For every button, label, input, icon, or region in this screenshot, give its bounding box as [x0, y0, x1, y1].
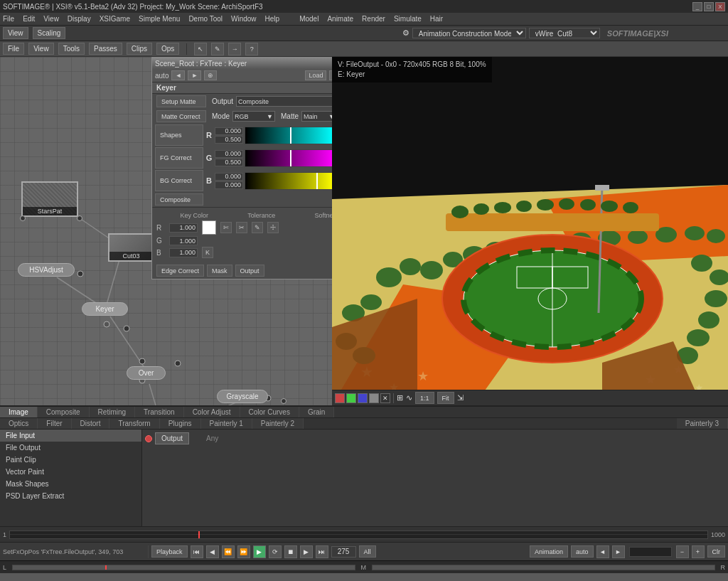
menu-window[interactable]: Window	[231, 15, 257, 23]
help-icon-btn[interactable]: ?	[245, 43, 258, 55]
channel-r-val1[interactable]	[215, 127, 243, 135]
tab-distort[interactable]: Distort	[72, 418, 110, 429]
nav-prev-btn[interactable]: ◄	[171, 70, 185, 80]
tab-painterly2[interactable]: Painterly 2	[252, 418, 304, 429]
tab-painterly3[interactable]: Painterly 3	[677, 418, 728, 429]
node-over[interactable]: Over	[127, 366, 166, 380]
close-button[interactable]: X	[715, 2, 725, 11]
go-next-key-btn[interactable]: ⏩	[237, 545, 250, 558]
eyedropper-4-icon[interactable]: ☩	[267, 222, 279, 233]
maximize-button[interactable]: □	[704, 2, 714, 11]
stop-btn[interactable]: ⏹	[284, 545, 297, 558]
window-controls[interactable]: _ □ X	[692, 2, 725, 11]
matte-dropdown[interactable]: Main ▼	[301, 111, 332, 122]
output-dropdown[interactable]: Composite ▼	[236, 96, 332, 107]
channel-b-val1[interactable]	[215, 173, 243, 181]
fg-correct-button[interactable]: FG Correct	[155, 147, 203, 169]
composite-button[interactable]: Composite	[155, 193, 203, 206]
b-eyedropper-icon[interactable]: K	[202, 247, 213, 258]
matte-correct-button[interactable]: Matte Correct	[156, 110, 206, 122]
go-prev-key-btn[interactable]: ⏪	[222, 545, 235, 558]
file-toolbar-btn[interactable]: File	[3, 43, 24, 55]
save-button[interactable]: Save	[329, 70, 332, 80]
tab-retiming[interactable]: Retiming	[90, 407, 135, 417]
tab-color-curves[interactable]: Color Curves	[240, 407, 299, 417]
channel-r-gradient[interactable]	[245, 127, 332, 144]
bg-correct-button[interactable]: BG Correct	[155, 170, 203, 191]
frame-input[interactable]	[331, 546, 356, 558]
channel-g-val1[interactable]	[215, 150, 243, 158]
eyedropper-1-icon[interactable]: ✄	[220, 222, 232, 233]
mask-button[interactable]: Mask	[207, 265, 232, 277]
animation-btn[interactable]: Animation	[530, 545, 568, 558]
tools-toolbar-btn[interactable]: Tools	[58, 43, 85, 55]
menu-display[interactable]: Display	[68, 15, 91, 23]
tab-painterly1[interactable]: Painterly 1	[201, 418, 252, 429]
bottom-timeline2[interactable]	[372, 565, 715, 570]
play-loop-btn[interactable]: ⟳	[269, 545, 282, 558]
grayscale-out-connector[interactable]	[281, 398, 287, 404]
list-item-vector-paint[interactable]: Vector Paint	[0, 466, 141, 478]
viewport-3d[interactable]: ★ ★ ★ ★ ★ ★ ★	[332, 57, 728, 405]
fit-btn[interactable]: Fit	[437, 392, 454, 404]
tab-grain[interactable]: Grain	[299, 407, 334, 417]
color-r-btn[interactable]	[335, 393, 345, 403]
color-mix-btn[interactable]: ✕	[380, 393, 390, 403]
playback-label[interactable]: Playback	[151, 545, 188, 558]
color-b-btn[interactable]	[358, 393, 368, 403]
list-item-psd-layer[interactable]: PSD Layer Extract	[0, 490, 141, 502]
menu-demo-tool[interactable]: Demo Tool	[188, 15, 223, 23]
list-item-file-output[interactable]: File Output	[0, 442, 141, 454]
anim-scrub-bar[interactable]	[629, 547, 672, 557]
menu-model[interactable]: Model	[299, 15, 318, 23]
menu-render[interactable]: Render	[362, 15, 385, 23]
clips-toolbar-btn[interactable]: Clips	[127, 43, 152, 55]
channel-r-val2[interactable]	[215, 136, 243, 144]
clr-btn[interactable]: Clr	[707, 545, 726, 558]
menu-file[interactable]: File	[3, 15, 14, 23]
view-select-dropdown[interactable]: vWire_Cut8	[529, 28, 600, 38]
list-item-paint-clip[interactable]: Paint Clip	[0, 454, 141, 466]
output-btn-bottom[interactable]: Output	[235, 265, 264, 277]
menu-edit[interactable]: Edit	[23, 15, 35, 23]
color-a-btn[interactable]	[369, 393, 379, 403]
channel-g-gradient[interactable]	[245, 149, 332, 167]
menu-xsigame[interactable]: XSIGame	[100, 15, 130, 23]
tab-optics[interactable]: Optics	[0, 418, 38, 429]
scaling-button[interactable]: Scaling	[33, 27, 66, 39]
list-item-file-input[interactable]: File Input	[0, 430, 141, 442]
tab-color-adjust[interactable]: Color Adjust	[184, 407, 240, 417]
menu-simulate[interactable]: Simulate	[394, 15, 422, 23]
key-color-swatch[interactable]	[202, 220, 216, 235]
cursor-icon-btn[interactable]: ↖	[194, 43, 207, 55]
menu-hair[interactable]: Hair	[430, 15, 443, 23]
timeline-bar[interactable]	[9, 531, 708, 539]
paint-icon-btn[interactable]: ✎	[211, 43, 224, 55]
channel-b-gradient[interactable]	[245, 172, 332, 190]
anim-prev-btn[interactable]: ◄	[596, 545, 609, 558]
node-editor[interactable]: StarsPat Cut03 HSVAdjust Keyer Over Gray…	[0, 57, 332, 405]
view-button[interactable]: View	[3, 27, 28, 39]
starspar-out2-connector[interactable]	[77, 215, 82, 221]
mode-dropdown[interactable]: RGB ▼	[232, 111, 275, 122]
menu-help[interactable]: Help	[265, 15, 280, 23]
step-fwd-btn[interactable]: ▶	[300, 545, 313, 558]
menu-view[interactable]: View	[43, 15, 59, 23]
zoom-in-btn[interactable]: +	[692, 545, 705, 558]
tab-filter[interactable]: Filter	[38, 418, 71, 429]
view-toolbar-btn[interactable]: View	[28, 43, 54, 55]
node-starspar[interactable]: StarsPat	[21, 181, 78, 217]
tab-composite[interactable]: Composite	[38, 407, 90, 417]
starspar-out-connector[interactable]	[20, 215, 26, 221]
tab-image[interactable]: Image	[0, 407, 38, 417]
tab-transform[interactable]: Transform	[109, 418, 159, 429]
step-back-btn[interactable]: ◀	[206, 545, 219, 558]
eyedropper-2-icon[interactable]: ✂	[236, 222, 247, 233]
key-color-r-input[interactable]	[169, 223, 198, 233]
key-color-b-input[interactable]	[169, 248, 198, 257]
go-end-btn[interactable]: ⏭	[316, 545, 328, 558]
edge-correct-button[interactable]: Edge Correct	[156, 265, 204, 277]
key-color-g-input[interactable]	[169, 236, 198, 245]
ops-toolbar-btn[interactable]: Ops	[156, 43, 179, 55]
node-hsvadjust[interactable]: HSVAdjust	[18, 263, 75, 277]
